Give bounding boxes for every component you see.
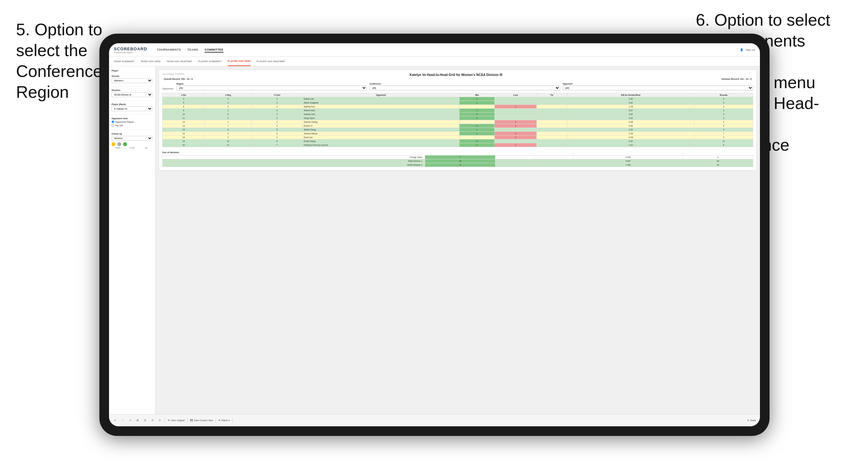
sign-out-link[interactable]: Sign out bbox=[746, 49, 755, 51]
player-label: Player bbox=[112, 69, 153, 72]
undo-btn[interactable]: ↩ bbox=[113, 418, 118, 423]
cell-opponent: Heejo Hyun bbox=[303, 116, 460, 120]
cell-opponent: Federica Domecq Lacroze bbox=[303, 143, 460, 147]
refresh-btn[interactable]: ↺ bbox=[150, 418, 155, 423]
cell-reg: 3 bbox=[205, 105, 251, 108]
cell-tie bbox=[536, 97, 567, 101]
opponent-view-section: Opponent view Opponents Played Top 100 bbox=[112, 117, 153, 127]
data-view: Last Updated: 27/03/2024 Katelyn Vo Head… bbox=[159, 69, 757, 170]
main-table: # Div # Reg # Conf Opponent Win Loss Tie… bbox=[162, 93, 753, 147]
cell-opponent: Andrea York bbox=[303, 113, 460, 116]
radio-opponents-played-input[interactable] bbox=[112, 121, 114, 123]
cell-tie bbox=[536, 101, 567, 105]
sub-nav-player-summary[interactable]: PLAYER SUMMARY bbox=[198, 57, 222, 66]
sub-nav-team-summary[interactable]: TEAM SUMMARY bbox=[114, 57, 135, 66]
cell-reg: 2 bbox=[205, 135, 251, 139]
radio-top100-input[interactable] bbox=[112, 124, 114, 127]
opponent-filter-select[interactable]: (All) bbox=[563, 86, 753, 90]
cell-rounds: 9 bbox=[694, 124, 753, 128]
cell-opponent: Euna Lee bbox=[303, 135, 460, 139]
cell-diff: 1.33 bbox=[567, 143, 694, 147]
sub-nav-player-h2h-heatmap[interactable]: PLAYER H2H HEATMAP bbox=[256, 57, 285, 66]
share-btn[interactable]: ⬆ Share bbox=[747, 419, 756, 422]
cell-diff: 9.267 bbox=[573, 159, 683, 163]
cell-opponent: Sharon Mun bbox=[303, 108, 460, 113]
redo-btn[interactable]: ↪ bbox=[128, 418, 133, 423]
radio-opponents-played[interactable]: Opponents Played bbox=[112, 121, 153, 123]
nav-tab-committee[interactable]: COMMITTEE bbox=[205, 48, 223, 53]
cell-opponent: Stella Cheng bbox=[303, 128, 460, 132]
cell-loss bbox=[495, 116, 536, 120]
cell-div: 19 bbox=[162, 139, 205, 143]
cell-conf: 1 bbox=[251, 97, 303, 101]
conference-filter-select[interactable]: (All) bbox=[369, 86, 560, 90]
cell-name: NAIA Division 1 bbox=[162, 159, 425, 163]
nav-tab-teams[interactable]: TEAMS bbox=[187, 48, 198, 53]
cell-div: 9 bbox=[162, 108, 205, 113]
cell-rounds: 2 bbox=[694, 135, 753, 139]
gender-select[interactable]: Women's bbox=[112, 78, 153, 83]
cell-tie bbox=[536, 120, 567, 124]
cell-loss: 2 bbox=[495, 132, 536, 135]
table-row: 13 1 1 Jessica Huang 1 -3.00 2 bbox=[162, 120, 753, 124]
cell-tie bbox=[536, 135, 567, 139]
back-btn[interactable]: ← bbox=[120, 418, 125, 423]
cell-tie bbox=[536, 124, 567, 128]
cell-conf: 2 bbox=[251, 101, 303, 105]
cell-win: 5 bbox=[425, 163, 495, 167]
player-rank-select[interactable]: 8. Katelyn Vo bbox=[112, 106, 153, 111]
th-win: Win bbox=[459, 93, 495, 97]
cell-rounds: 2 bbox=[694, 120, 753, 124]
view-original-btn[interactable]: 👁 View: Original bbox=[168, 419, 185, 422]
cell-reg: 7 bbox=[205, 124, 251, 128]
table-row: 5 2 2 Alexis Sudjianto 1 4.00 3 bbox=[162, 101, 753, 105]
sub-nav-team-h2h-heatmap[interactable]: TEAM H2H HEATMAP bbox=[166, 57, 192, 66]
sub-nav-team-h2h-grid[interactable]: TEAM H2H GRID bbox=[141, 57, 161, 66]
cell-div: 18 bbox=[162, 135, 205, 139]
nav-tab-tournaments[interactable]: TOURNAMENTS bbox=[157, 48, 181, 53]
cell-tie bbox=[536, 113, 567, 116]
overall-record: Overall Record: 353 - 34 - 6 bbox=[164, 78, 193, 80]
cell-diff: 3.33 bbox=[567, 116, 694, 120]
cell-name: NCAA Division 2 bbox=[162, 163, 425, 167]
conference-filter: Conference (All) bbox=[369, 83, 560, 90]
watch-btn[interactable]: 👁 Watch ▾ bbox=[218, 419, 230, 422]
cell-diff: -1.00 bbox=[567, 105, 694, 108]
cell-win: 2 bbox=[459, 124, 495, 128]
th-loss: Loss bbox=[495, 93, 536, 97]
cell-opponent: Alexis Sudjianto bbox=[303, 101, 460, 105]
save-custom-btn[interactable]: 💾 Save Custom View bbox=[190, 419, 213, 422]
toolbar-sep4 bbox=[232, 418, 233, 423]
copy-btn[interactable]: ⊡ bbox=[143, 418, 148, 423]
cell-tie bbox=[536, 132, 567, 135]
grid-btn[interactable]: ⊞ bbox=[135, 418, 140, 423]
target-btn[interactable]: ⊙ bbox=[157, 418, 162, 423]
cell-diff: 4.500 bbox=[573, 155, 683, 159]
colour-by-select[interactable]: Win/loss bbox=[112, 136, 153, 141]
left-panel: Player Gender Women's Division NCAA Divi… bbox=[109, 66, 156, 414]
cell-rounds: 3 bbox=[694, 108, 753, 113]
sub-nav-player-h2h-grid[interactable]: PLAYER H2H GRID bbox=[228, 57, 251, 66]
division-select[interactable]: NCAA Division III bbox=[112, 92, 153, 97]
cell-win: 1 bbox=[459, 116, 495, 120]
cell-win: 1 bbox=[459, 132, 495, 135]
cell-conf: 4 bbox=[251, 108, 303, 113]
cell-tie bbox=[536, 143, 567, 147]
conference-filter-label: Conference bbox=[369, 83, 560, 85]
cell-tie bbox=[534, 159, 573, 163]
radio-group: Opponents Played Top 100 bbox=[112, 121, 153, 127]
cell-rounds: 3 bbox=[694, 105, 753, 108]
cell-rounds: 4 bbox=[694, 128, 753, 132]
division-section: Division NCAA Division III bbox=[112, 89, 153, 97]
cell-conf: 4 bbox=[251, 124, 303, 128]
th-opponent: Opponent bbox=[303, 93, 460, 97]
cell-div: 16 bbox=[162, 132, 205, 135]
cell-reg: 3 bbox=[205, 132, 251, 135]
radio-top100[interactable]: Top 100 bbox=[112, 124, 153, 127]
content-area: Last Updated: 27/03/2024 Katelyn Vo Head… bbox=[156, 66, 760, 414]
cell-rounds: 3 bbox=[694, 116, 753, 120]
toolbar-sep3 bbox=[215, 418, 216, 423]
region-filter-select[interactable]: (All) bbox=[176, 86, 367, 90]
opponent-filter-label: Opponent bbox=[563, 83, 753, 85]
cell-win: 1 bbox=[425, 155, 495, 159]
